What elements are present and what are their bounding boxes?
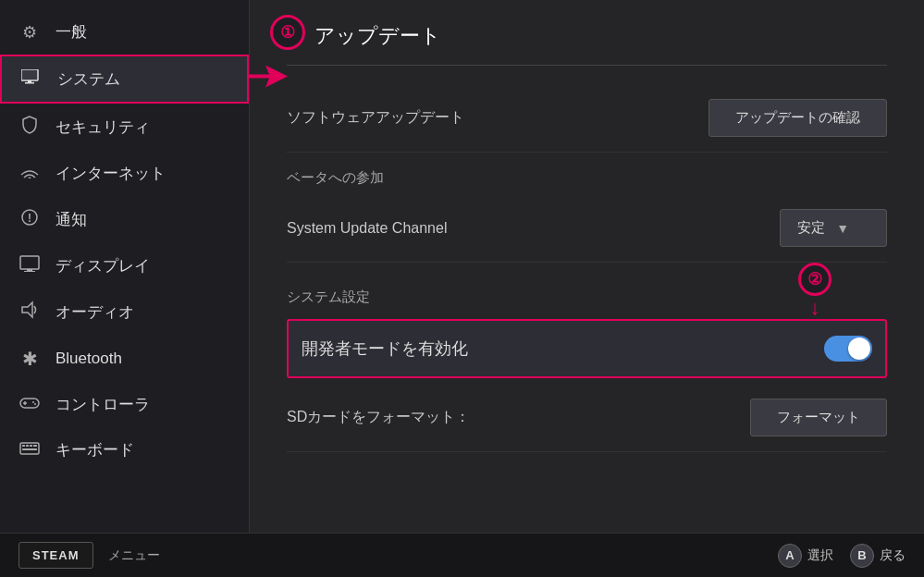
sidebar-label-notifications: 通知 [55, 209, 87, 230]
content-area: ① アップデート ソフトウェアアップデート アップデートの確認 ベータへの参加 … [250, 0, 924, 533]
steam-button[interactable]: STEAM [18, 542, 93, 569]
sidebar-label-controller: コントローラ [55, 394, 150, 415]
sidebar-label-keyboard: キーボード [55, 439, 134, 460]
select-label: 選択 [807, 547, 833, 564]
sidebar-label-audio: オーディオ [55, 301, 134, 323]
channel-value: 安定 [797, 219, 825, 237]
svg-rect-3 [25, 82, 34, 84]
sidebar-label-security: セキュリティ [55, 117, 150, 138]
select-hint: A 選択 [778, 544, 833, 568]
display-icon [18, 255, 41, 276]
b-button[interactable]: B [850, 544, 874, 568]
a-button[interactable]: A [778, 544, 802, 568]
sd-format-label: SDカードをフォーマット： [287, 408, 470, 427]
sidebar: ⚙ 一般 システム セキュリティ [0, 0, 250, 533]
system-settings-label: システム設定 [287, 272, 887, 313]
sidebar-item-display[interactable]: ディスプレイ [0, 243, 249, 288]
section-title: ① アップデート [287, 0, 887, 66]
sidebar-item-general[interactable]: ⚙ 一般 [0, 9, 249, 55]
security-icon [18, 116, 41, 139]
dev-mode-toggle[interactable] [824, 336, 872, 362]
arrow-annotation [247, 63, 288, 95]
sd-format-row: SDカードをフォーマット： フォーマット [287, 384, 887, 452]
channel-dropdown[interactable]: 安定 ▼ [780, 209, 887, 247]
svg-rect-10 [24, 271, 35, 272]
sidebar-label-internet: インターネット [55, 163, 166, 184]
sidebar-label-bluetooth: Bluetooth [55, 350, 122, 368]
screen: ⚙ 一般 システム セキュリティ [0, 0, 924, 577]
audio-icon [18, 301, 41, 324]
software-update-label: ソフトウェアアップデート [287, 108, 464, 128]
controller-icon [18, 395, 41, 414]
svg-text:!: ! [28, 212, 31, 225]
general-icon: ⚙ [18, 22, 41, 43]
svg-rect-19 [26, 445, 29, 447]
annotation-circle-1: ① [270, 15, 305, 50]
sidebar-item-controller[interactable]: コントローラ [0, 382, 249, 427]
channel-label: System Update Channel [287, 220, 447, 237]
back-hint: B 戻る [850, 544, 906, 568]
bottom-actions: A 選択 B 戻る [778, 544, 906, 568]
sidebar-item-notifications[interactable]: ! 通知 [0, 196, 249, 243]
svg-rect-18 [22, 445, 25, 447]
sidebar-item-bluetooth[interactable]: ✱ Bluetooth [0, 336, 249, 382]
svg-rect-8 [20, 256, 39, 269]
sidebar-label-general: 一般 [55, 21, 87, 43]
svg-point-16 [34, 403, 36, 405]
format-button[interactable]: フォーマット [750, 399, 887, 436]
sidebar-item-audio[interactable]: オーディオ [0, 288, 249, 336]
channel-row: System Update Channel 安定 ▼ [287, 194, 887, 263]
notification-icon: ! [18, 208, 41, 231]
keyboard-icon [18, 440, 41, 460]
annotation-2-group: ② ↓ [798, 263, 832, 318]
svg-rect-2 [28, 80, 31, 82]
bottom-bar: STEAM メニュー A 選択 B 戻る [0, 533, 924, 577]
sidebar-item-security[interactable]: セキュリティ [0, 104, 249, 151]
software-update-row: ソフトウェアアップデート アップデートの確認 [287, 84, 887, 153]
sidebar-label-display: ディスプレイ [55, 255, 150, 276]
system-settings-section: システム設定 ② ↓ 開発者モードを有効化 [287, 272, 887, 378]
svg-rect-1 [22, 70, 37, 80]
sidebar-item-system[interactable]: システム [0, 55, 249, 104]
beta-label: ベータへの参加 [287, 153, 887, 194]
internet-icon [18, 164, 41, 183]
chevron-down-icon: ▼ [836, 221, 849, 236]
check-update-button[interactable]: アップデートの確認 [708, 99, 887, 137]
svg-point-5 [29, 178, 31, 179]
svg-rect-20 [30, 445, 32, 447]
main-area: ⚙ 一般 システム セキュリティ [0, 0, 924, 533]
section-title-text: アップデート [314, 22, 441, 50]
system-icon [20, 69, 43, 89]
svg-rect-9 [27, 269, 32, 271]
svg-point-15 [32, 401, 34, 403]
bottom-left: STEAM メニュー [18, 542, 160, 569]
svg-rect-21 [33, 445, 37, 447]
sidebar-item-internet[interactable]: インターネット [0, 151, 249, 196]
sidebar-label-system: システム [57, 68, 120, 90]
developer-mode-row[interactable]: 開発者モードを有効化 [287, 319, 887, 378]
svg-marker-11 [22, 302, 32, 317]
menu-label: メニュー [108, 547, 160, 564]
svg-marker-4 [247, 65, 288, 87]
annotation-circle-2: ② [798, 263, 832, 296]
back-label: 戻る [880, 547, 906, 564]
bluetooth-icon: ✱ [18, 348, 41, 370]
sidebar-item-keyboard[interactable]: キーボード [0, 427, 249, 473]
svg-rect-22 [22, 448, 37, 450]
dev-mode-label: 開発者モードを有効化 [302, 338, 468, 360]
arrow-down-icon: ↓ [810, 298, 820, 318]
toggle-knob [848, 338, 870, 360]
